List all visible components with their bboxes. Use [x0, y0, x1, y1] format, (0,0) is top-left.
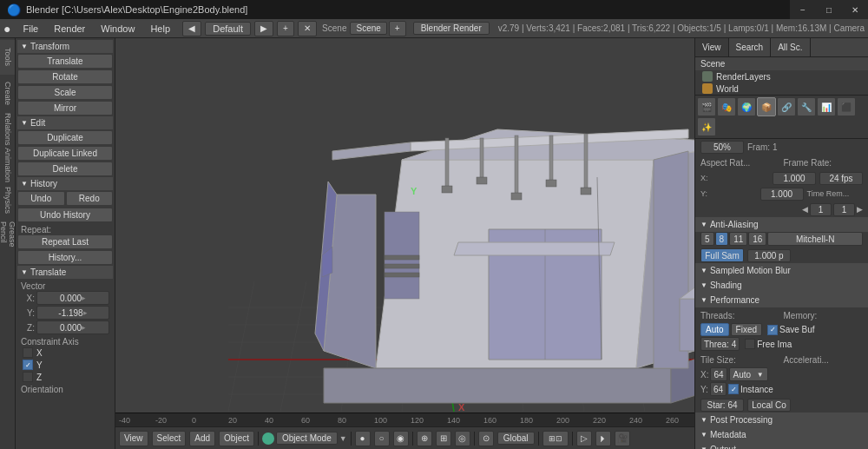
transform-section-header[interactable]: Transform	[17, 40, 113, 53]
scale-btn[interactable]: Scale	[17, 85, 113, 100]
undo-history-btn[interactable]: Undo History	[17, 208, 113, 222]
tile-x-val[interactable]: 64	[710, 367, 727, 381]
threads-fixed-btn[interactable]: Fixed	[731, 323, 762, 336]
aa-btn-16[interactable]: 16	[748, 232, 766, 246]
tab-tools[interactable]: Tools	[0, 40, 15, 75]
right-tab-allsc[interactable]: All Sc.	[771, 38, 810, 56]
free-ima-checkbox[interactable]	[745, 339, 755, 349]
translate-section-header[interactable]: Translate	[17, 266, 113, 279]
constraint-z-checkbox[interactable]	[23, 372, 33, 382]
edit-section-header[interactable]: Edit	[17, 116, 113, 129]
layout-selector[interactable]: Default	[205, 22, 251, 36]
instance-checkbox[interactable]: ✓	[728, 384, 739, 394]
anti-aliasing-header[interactable]: Anti-Aliasing	[695, 217, 868, 232]
prop-icon-particles[interactable]: ✨	[697, 117, 716, 136]
aa-btn-11[interactable]: 11	[729, 232, 747, 246]
full-sam-val[interactable]: 1.000 p	[747, 249, 791, 262]
full-sam-toggle[interactable]: Full Sam	[700, 248, 744, 262]
prop-icon-scene[interactable]: 🎭	[717, 97, 736, 116]
rotate-btn[interactable]: Rotate	[17, 69, 113, 84]
view-menu-btn[interactable]: View	[119, 431, 148, 446]
manipulator-btn[interactable]: ⊕	[417, 431, 432, 446]
pivot-icon[interactable]: ⊙	[478, 431, 494, 446]
prop-icon-modifiers[interactable]: 🔧	[797, 97, 816, 116]
aa-btn-5[interactable]: 5	[700, 232, 714, 246]
prop-icon-constraints[interactable]: 🔗	[777, 97, 796, 116]
undo-btn[interactable]: Undo	[17, 191, 65, 206]
history-section-header[interactable]: History	[17, 177, 113, 190]
menu-file[interactable]: File	[16, 22, 45, 36]
threads-val-field[interactable]: Threa: 4	[700, 337, 740, 351]
right-tab-search[interactable]: Search	[729, 38, 772, 56]
minimize-button[interactable]: −	[790, 0, 816, 19]
tile-y-val[interactable]: 64	[710, 382, 727, 396]
aspect-x-val[interactable]: 1.000	[773, 172, 816, 185]
right-tab-view[interactable]: View	[695, 38, 729, 56]
history-btn[interactable]: History...	[17, 250, 113, 265]
shading-header[interactable]: Shading	[695, 278, 868, 293]
prop-icon-world[interactable]: 🌍	[737, 97, 756, 116]
aa-btn-8[interactable]: 8	[715, 232, 729, 246]
scene-selector[interactable]: Scene	[350, 22, 386, 35]
output-header[interactable]: Output	[695, 442, 868, 449]
object-menu-btn[interactable]: Object	[219, 431, 254, 446]
layer-btn[interactable]: ⊞⊡	[542, 431, 569, 446]
resolution-val[interactable]: 50%	[700, 141, 744, 154]
layout-remove-btn[interactable]: ✕	[298, 21, 317, 36]
add-menu-btn[interactable]: Add	[189, 431, 215, 446]
object-mode-selector[interactable]: Object Mode	[276, 432, 338, 445]
solid-shading-btn[interactable]: ●	[355, 431, 371, 446]
wireframe-shading-btn[interactable]: ○	[374, 431, 390, 446]
constraint-y-checkbox[interactable]: ✓	[23, 360, 33, 370]
star-val[interactable]: Star: 64	[700, 399, 744, 412]
mirror-btn[interactable]: Mirror	[17, 101, 113, 116]
render-btn[interactable]: ▷	[576, 431, 592, 446]
maximize-button[interactable]: □	[816, 0, 842, 19]
constraint-x-checkbox[interactable]	[23, 347, 33, 358]
tab-grease-pencil[interactable]: Grease Pencil	[0, 219, 15, 254]
save-buf-checkbox[interactable]: ✓	[767, 325, 778, 335]
tab-physics[interactable]: Physics	[0, 183, 15, 218]
prop-icon-object[interactable]: 📦	[757, 97, 776, 116]
select-menu-btn[interactable]: Select	[152, 431, 187, 446]
tab-relations[interactable]: Relations	[0, 112, 15, 147]
render-engine-selector[interactable]: Blender Render	[413, 22, 490, 35]
localco-val[interactable]: Local Co	[747, 399, 791, 412]
time-rem-left[interactable]: 1	[810, 203, 832, 216]
prop-icon-data[interactable]: 📊	[817, 97, 836, 116]
viewport[interactable]: User Persp	[115, 38, 694, 449]
translate-btn[interactable]: Translate	[17, 54, 113, 69]
menu-window[interactable]: Window	[94, 22, 141, 36]
time-rem-right[interactable]: 1	[833, 203, 855, 216]
tab-animation[interactable]: Animation	[0, 148, 15, 182]
layout-add-btn[interactable]: +	[277, 21, 294, 36]
y-value-field[interactable]: -1.198 ▸	[36, 306, 109, 320]
duplicate-linked-btn[interactable]: Duplicate Linked	[17, 146, 113, 161]
layout-next-btn[interactable]: ▶	[254, 21, 273, 36]
metadata-header[interactable]: Metadata	[695, 427, 868, 442]
anim-btn[interactable]: ⏵	[595, 431, 611, 446]
frame-rate-val[interactable]: 24 fps	[819, 172, 863, 185]
z-value-field[interactable]: 0.000 ▸	[36, 320, 109, 334]
proportional-btn[interactable]: ◎	[455, 431, 470, 446]
menu-help[interactable]: Help	[143, 22, 177, 36]
auto-dropdown[interactable]: Auto ▼	[729, 367, 768, 381]
pivot-selector[interactable]: Global	[497, 432, 535, 445]
repeat-last-btn[interactable]: Repeat Last	[17, 234, 113, 249]
camera-view-btn[interactable]: 🎥	[615, 431, 630, 446]
threads-auto-btn[interactable]: Auto	[700, 323, 729, 336]
snap-btn[interactable]: ⊞	[436, 431, 451, 446]
aspect-y-val[interactable]: 1.000	[760, 188, 804, 201]
x-value-field[interactable]: 0.000 ▸	[36, 291, 109, 305]
outliner-world[interactable]: World	[695, 83, 868, 95]
scene-add-btn[interactable]: +	[389, 21, 406, 36]
duplicate-btn[interactable]: Duplicate	[17, 130, 113, 145]
sampled-motion-blur-header[interactable]: Sampled Motion Blur	[695, 263, 868, 278]
prop-icon-material[interactable]: ⬛	[837, 97, 856, 116]
tab-create[interactable]: Create	[0, 76, 15, 111]
menu-render[interactable]: Render	[47, 22, 92, 36]
prop-icon-render[interactable]: 🎬	[697, 97, 716, 116]
performance-header[interactable]: Performance	[695, 293, 868, 307]
outliner-renderlayers[interactable]: RenderLayers	[695, 70, 868, 83]
redo-btn[interactable]: Redo	[66, 191, 114, 206]
